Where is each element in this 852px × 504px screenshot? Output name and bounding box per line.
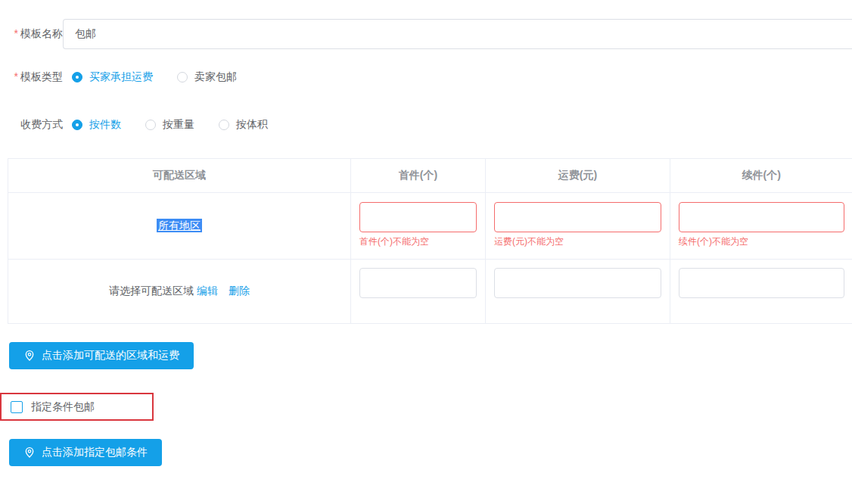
region-cell: 所有地区 [8,193,351,260]
shipping-fee-cell: 运费(元)不能为空 [486,193,670,260]
radio-label: 卖家包邮 [194,70,237,84]
freight-table-header-row: 可配送区域 首件(个) 运费(元) 续件(个) [8,159,852,193]
additional-piece-cell [670,260,852,324]
radio-unselected-icon [177,72,188,82]
template-name-label: *模板名称 [0,27,63,41]
location-pin-icon [23,350,36,362]
template-name-input[interactable] [63,19,852,49]
first-piece-error: 首件(个)不能为空 [359,235,477,247]
radio-unselected-icon [219,120,229,130]
first-piece-cell: 首件(个)不能为空 [351,193,486,260]
edit-region-link[interactable]: 编辑 [197,285,218,297]
add-condition-button[interactable]: 点击添加指定包邮条件 [9,439,162,466]
free-shipping-condition-box: 指定条件包邮 [0,393,154,421]
header-deliverable-region: 可配送区域 [8,159,351,193]
radio-by-volume[interactable]: 按体积 [219,118,268,132]
all-regions-link[interactable]: 所有地区 [157,219,202,232]
header-first-piece: 首件(个) [351,159,486,193]
charge-method-row: 收费方式 按件数 按重量 按体积 [0,118,852,132]
shipping-fee-input[interactable] [494,202,661,232]
radio-label: 按件数 [89,118,121,132]
header-additional-piece: 续件(个) [670,159,852,193]
region-cell: 请选择可配送区域编辑删除 [8,260,351,324]
location-pin-icon [23,446,36,459]
charge-method-radio-group: 按件数 按重量 按体积 [72,118,292,132]
free-shipping-checkbox-label: 指定条件包邮 [31,400,95,414]
header-shipping-fee: 运费(元) [486,159,670,193]
table-row-all-regions: 所有地区 首件(个)不能为空 运费(元)不能为空 续件(个)不能为空 [8,193,852,260]
charge-method-label: 收费方式 [0,118,63,132]
radio-label: 买家承担运费 [89,70,153,84]
first-piece-input[interactable] [359,268,477,298]
delete-region-link[interactable]: 删除 [229,285,250,297]
additional-piece-error: 续件(个)不能为空 [679,235,844,247]
radio-buyer-pays-shipping[interactable]: 买家承担运费 [72,70,153,84]
template-name-row: *模板名称 [0,19,852,49]
charge-method-label-text: 收费方式 [20,118,63,130]
first-piece-cell [351,260,486,324]
first-piece-input[interactable] [359,202,477,232]
template-type-radio-group: 买家承担运费 卖家包邮 [72,70,261,84]
radio-unselected-icon [145,120,156,130]
required-asterisk: * [14,70,18,82]
table-row-select-region: 请选择可配送区域编辑删除 [8,260,852,324]
radio-label: 按体积 [236,118,268,132]
template-type-label: *模板类型 [0,70,63,84]
template-type-label-text: 模板类型 [20,70,63,82]
radio-seller-free-shipping[interactable]: 卖家包邮 [177,70,237,84]
add-region-button[interactable]: 点击添加可配送的区域和运费 [9,342,194,369]
free-shipping-checkbox[interactable] [11,401,23,413]
shipping-fee-error: 运费(元)不能为空 [494,235,661,247]
additional-piece-input[interactable] [679,202,844,232]
radio-by-piece[interactable]: 按件数 [72,118,121,132]
add-region-button-label: 点击添加可配送的区域和运费 [42,349,179,362]
freight-table: 可配送区域 首件(个) 运费(元) 续件(个) 所有地区 首件(个)不能为空 运… [8,158,852,324]
required-asterisk: * [14,27,18,39]
shipping-fee-cell [486,260,670,324]
add-condition-button-label: 点击添加指定包邮条件 [42,446,148,459]
shipping-fee-input[interactable] [494,268,661,298]
shipping-template-form: *模板名称 *模板类型 买家承担运费 卖家包邮 收费方式 按件数 按重 [0,0,852,504]
radio-label: 按重量 [163,118,194,132]
select-region-text: 请选择可配送区域 [109,285,194,297]
template-name-label-text: 模板名称 [20,27,63,39]
template-type-row: *模板类型 买家承担运费 卖家包邮 [0,70,852,84]
radio-selected-icon [72,120,82,130]
radio-selected-icon [72,72,82,82]
radio-by-weight[interactable]: 按重量 [145,118,194,132]
additional-piece-cell: 续件(个)不能为空 [670,193,852,260]
additional-piece-input[interactable] [679,268,844,298]
